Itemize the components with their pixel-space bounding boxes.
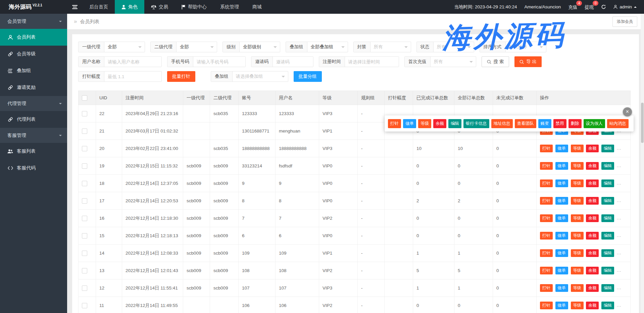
row-checkbox[interactable] [82, 268, 87, 273]
level-button[interactable]: 等级 [571, 214, 584, 222]
inject-button[interactable]: 打针 [540, 267, 553, 274]
balance-button[interactable]: 余额 [586, 267, 599, 274]
edit-button[interactable]: 编辑 [601, 232, 614, 240]
balance-button[interactable]: 余额 [586, 179, 599, 187]
filter-select[interactable]: 封禁 所有 [353, 42, 411, 52]
row-checkbox[interactable] [82, 285, 87, 291]
balance-button[interactable]: 余额 [586, 197, 599, 205]
batch-group-button[interactable]: 批量分组 [294, 71, 322, 82]
more-actions[interactable]: ... [617, 285, 622, 290]
make-order-button[interactable]: 做单 [555, 284, 568, 292]
nav-item-system[interactable]: 系统管理 [213, 0, 246, 14]
level-button[interactable]: 等级 [571, 179, 584, 187]
more-actions[interactable]: ... [617, 233, 622, 238]
balance-button[interactable]: 余额 [586, 249, 599, 257]
more-actions[interactable]: ... [617, 180, 622, 186]
more-actions[interactable]: ... [617, 303, 622, 308]
level-button[interactable]: 等级 [571, 197, 584, 205]
popup-action-button[interactable]: 账变 [538, 119, 551, 128]
edit-button[interactable]: 编辑 [601, 162, 614, 170]
level-button[interactable]: 等级 [571, 232, 584, 240]
edit-button[interactable]: 编辑 [601, 179, 614, 187]
balance-button[interactable]: 余额 [586, 284, 599, 292]
more-actions[interactable]: ... [617, 250, 622, 255]
export-button[interactable]: 导 出 [514, 56, 542, 67]
popup-action-button[interactable]: 地址信息 [491, 119, 513, 128]
row-checkbox[interactable] [82, 128, 87, 134]
menu-toggle-button[interactable] [67, 0, 83, 14]
inject-range-input[interactable] [104, 71, 161, 82]
edit-button[interactable]: 编辑 [601, 302, 614, 309]
refresh-button[interactable] [601, 4, 606, 9]
row-checkbox[interactable] [82, 233, 87, 239]
filter-select[interactable]: 二级代理 全部 [150, 42, 217, 52]
sidebar-item-support-code[interactable]: 客服代码 [0, 160, 67, 176]
row-checkbox[interactable] [82, 303, 87, 308]
inject-button[interactable]: 打针 [540, 232, 553, 240]
edit-button[interactable]: 编辑 [601, 284, 614, 292]
nav-item-mall[interactable]: 商城 [246, 0, 268, 14]
sidebar-group-members[interactable]: 会员管理 [0, 14, 67, 29]
filter-select[interactable]: 叠加组 全部叠加组 [286, 42, 348, 52]
sidebar-group-agents[interactable]: 代理管理 [0, 96, 67, 111]
recharge-menu[interactable]: 充值 4 [568, 4, 577, 10]
row-checkbox[interactable] [82, 216, 87, 221]
popup-action-button[interactable]: 删除 [568, 119, 582, 128]
sidebar-item-member-list[interactable]: 会员列表 [0, 29, 67, 46]
balance-button[interactable]: 余额 [586, 232, 599, 240]
more-actions[interactable]: ... [617, 215, 622, 220]
inject-button[interactable]: 打针 [540, 214, 553, 222]
row-checkbox[interactable] [82, 163, 87, 169]
popup-action-button[interactable]: 银行卡信息 [463, 119, 489, 128]
popup-action-button[interactable]: 余额 [433, 119, 446, 128]
nav-item-roles[interactable]: 角色 [115, 0, 144, 14]
make-order-button[interactable]: 做单 [555, 179, 568, 187]
more-actions[interactable]: ... [617, 163, 622, 168]
inject-button[interactable]: 打针 [540, 179, 553, 187]
sidebar-item-invite-reward[interactable]: 邀请奖励 [0, 79, 67, 96]
popup-action-button[interactable]: 设为假人 [584, 119, 605, 128]
sidebar-item-agent-list[interactable]: 代理列表 [0, 111, 67, 128]
make-order-button[interactable]: 做单 [555, 197, 568, 205]
level-button[interactable]: 等级 [571, 249, 584, 257]
invite-code-input[interactable] [273, 57, 313, 67]
more-actions[interactable]: ... [617, 268, 622, 273]
level-button[interactable]: 等级 [571, 267, 584, 274]
edit-button[interactable]: 编辑 [601, 145, 614, 152]
inject-button[interactable]: 打针 [540, 145, 553, 152]
inject-button[interactable]: 打针 [540, 284, 553, 292]
popup-action-button[interactable]: 禁用 [553, 119, 566, 128]
add-member-button[interactable]: 添加会员 [612, 16, 637, 27]
more-actions[interactable]: ... [617, 198, 622, 203]
inject-button[interactable]: 打针 [540, 162, 553, 170]
inject-button[interactable]: 打针 [540, 249, 553, 257]
row-checkbox[interactable] [82, 181, 87, 186]
popup-action-button[interactable]: 做单 [403, 119, 416, 128]
popup-close-button[interactable]: × [623, 107, 632, 116]
level-button[interactable]: 等级 [571, 284, 584, 292]
row-checkbox[interactable] [82, 111, 87, 116]
stack-group-value[interactable]: 请选择叠加组 [233, 71, 288, 82]
make-order-button[interactable]: 做单 [555, 302, 568, 309]
make-order-button[interactable]: 做单 [555, 162, 568, 170]
edit-button[interactable]: 编辑 [601, 214, 614, 222]
nav-item-help[interactable]: 帮助中心 [175, 0, 213, 14]
row-checkbox[interactable] [82, 198, 87, 204]
sidebar-item-stack-group[interactable]: 叠加组 [0, 62, 67, 79]
row-checkbox[interactable] [82, 251, 87, 256]
nav-item-trade[interactable]: 交易 [144, 0, 175, 14]
first-recharge-filter[interactable]: 首次充值 所有 [404, 56, 476, 67]
sidebar-group-support[interactable]: 客服管理 [0, 128, 67, 143]
filter-select[interactable]: 级别 全部级别 [222, 42, 280, 52]
balance-button[interactable]: 余额 [586, 145, 599, 152]
scrollbar-thumb[interactable] [641, 103, 644, 143]
phone-input[interactable] [193, 57, 245, 67]
user-menu[interactable]: admin [613, 4, 637, 9]
inject-button[interactable]: 打针 [540, 302, 553, 309]
popup-action-button[interactable]: 等级 [418, 119, 431, 128]
make-order-button[interactable]: 做单 [555, 267, 568, 274]
more-actions[interactable]: ... [617, 146, 622, 151]
level-button[interactable]: 等级 [571, 302, 584, 309]
inject-button[interactable]: 打针 [540, 197, 553, 205]
register-time-input[interactable] [345, 57, 399, 67]
